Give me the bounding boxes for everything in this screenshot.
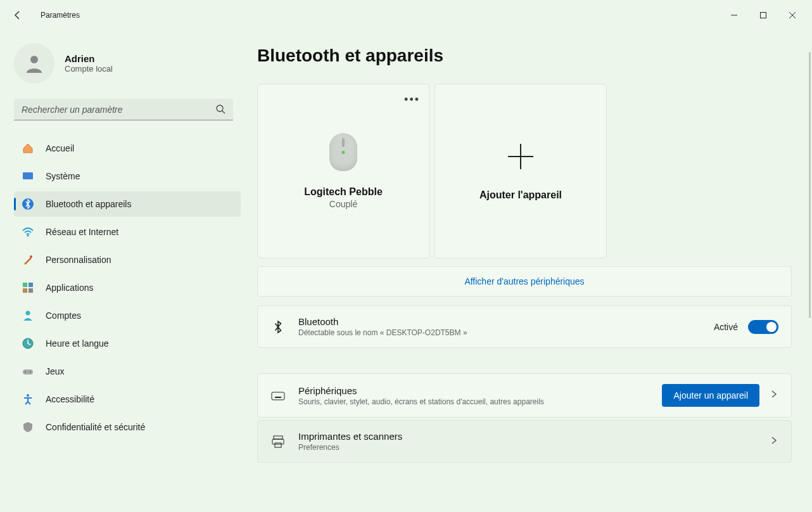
svg-line-4 — [222, 111, 225, 113]
bluetooth-status: Activé — [714, 322, 738, 332]
svg-rect-5 — [23, 172, 33, 179]
printers-row[interactable]: Imprimantes et scanners Preferences — [257, 420, 792, 463]
chevron-right-icon — [770, 436, 778, 447]
user-profile[interactable]: Adrien Compte local — [14, 43, 241, 84]
printers-title: Imprimantes et scanners — [298, 431, 757, 442]
page-title: Bluetooth et appareils — [257, 46, 797, 66]
svg-rect-29 — [275, 443, 281, 447]
bluetooth-title: Bluetooth — [298, 316, 701, 327]
search-container — [14, 99, 233, 120]
svg-point-8 — [30, 255, 32, 258]
search-icon — [215, 104, 225, 117]
nav-label: Personnalisation — [46, 255, 111, 265]
svg-rect-11 — [23, 288, 27, 293]
nav-apps[interactable]: Applications — [14, 275, 241, 300]
device-cards: ••• Logitech Pebble Couplé Ajouter l'app… — [257, 84, 797, 259]
nav-label: Accessibilité — [46, 394, 94, 404]
nav-system[interactable]: Système — [14, 163, 241, 189]
bluetooth-row: Bluetooth Détectable sous le nom « DESKT… — [257, 305, 792, 348]
peripherals-title: Périphériques — [298, 385, 649, 396]
user-subtitle: Compte local — [65, 64, 113, 74]
nav-label: Système — [46, 171, 80, 181]
bluetooth-icon — [22, 198, 34, 210]
nav-personalization[interactable]: Personnalisation — [14, 247, 241, 272]
nav-accessibility[interactable]: Accessibilité — [14, 387, 241, 412]
nav-label: Jeux — [46, 366, 65, 376]
add-device-label: Ajouter l'appareil — [479, 189, 562, 201]
svg-rect-10 — [29, 283, 33, 287]
svg-point-17 — [30, 371, 31, 373]
device-card-mouse[interactable]: ••• Logitech Pebble Couplé — [257, 84, 429, 259]
main-content: Bluetooth et appareils ••• Logitech Pebb… — [247, 30, 812, 512]
svg-point-13 — [26, 311, 30, 316]
nav-label: Réseau et Internet — [46, 227, 118, 237]
brush-icon — [22, 253, 34, 266]
minimize-button[interactable] — [720, 5, 749, 25]
bluetooth-icon — [270, 320, 286, 334]
home-icon — [22, 142, 34, 155]
svg-rect-9 — [23, 283, 27, 287]
user-name: Adrien — [65, 53, 113, 64]
peripherals-subtitle: Souris, clavier, stylet, audio, écrans e… — [298, 397, 649, 406]
svg-rect-1 — [761, 13, 766, 18]
nav-label: Heure et langue — [46, 338, 109, 349]
window-title: Paramètres — [41, 11, 80, 20]
svg-point-18 — [27, 394, 29, 397]
svg-rect-12 — [29, 288, 33, 293]
device-name: Logitech Pebble — [304, 186, 383, 198]
plus-icon — [505, 141, 536, 172]
peripherals-row[interactable]: Périphériques Souris, clavier, stylet, a… — [257, 373, 792, 418]
nav-label: Applications — [46, 283, 94, 293]
window-controls — [720, 5, 807, 25]
scrollbar-thumb[interactable] — [809, 52, 811, 318]
sidebar: Adrien Compte local Accueil Système Blue… — [0, 30, 247, 512]
nav-privacy[interactable]: Confidentialité et sécurité — [14, 414, 241, 440]
svg-point-2 — [30, 56, 38, 63]
device-status: Couplé — [329, 199, 357, 209]
mouse-icon — [329, 133, 357, 171]
avatar — [14, 43, 54, 84]
bluetooth-subtitle: Détectable sous le nom « DESKTOP-O2DT5BM… — [298, 328, 701, 337]
add-device-card[interactable]: Ajouter l'appareil — [435, 84, 607, 259]
nav-network[interactable]: Réseau et Internet — [14, 219, 241, 245]
printer-icon — [270, 434, 286, 449]
search-input[interactable] — [14, 99, 233, 120]
svg-rect-28 — [272, 439, 284, 444]
close-button[interactable] — [778, 5, 807, 25]
back-button[interactable] — [5, 3, 30, 28]
nav-bluetooth[interactable]: Bluetooth et appareils — [14, 191, 241, 217]
nav-accounts[interactable]: Comptes — [14, 303, 241, 328]
nav-label: Accueil — [46, 143, 74, 153]
add-peripheral-button[interactable]: Ajouter un appareil — [662, 384, 759, 407]
svg-rect-27 — [274, 436, 282, 439]
svg-point-3 — [217, 105, 223, 112]
nav-home[interactable]: Accueil — [14, 136, 241, 161]
titlebar: Paramètres — [0, 0, 812, 30]
svg-rect-21 — [272, 392, 284, 400]
printers-subtitle: Preferences — [298, 443, 757, 452]
person-icon — [22, 309, 34, 322]
apps-icon — [22, 281, 34, 294]
keyboard-icon — [270, 388, 286, 403]
nav: Accueil Système Bluetooth et appareils R… — [14, 136, 241, 440]
svg-point-7 — [27, 235, 29, 237]
nav-label: Bluetooth et appareils — [46, 199, 131, 209]
bluetooth-toggle[interactable] — [748, 320, 778, 334]
more-icon[interactable]: ••• — [404, 93, 420, 106]
system-icon — [22, 170, 34, 182]
maximize-button[interactable] — [749, 5, 778, 25]
wifi-icon — [22, 226, 34, 238]
svg-point-16 — [25, 371, 26, 373]
chevron-right-icon — [770, 390, 778, 401]
shield-icon — [22, 421, 34, 433]
accessibility-icon — [22, 393, 34, 406]
show-more-devices-link[interactable]: Afficher d'autres périphériques — [257, 266, 792, 297]
scrollbar[interactable] — [808, 30, 811, 512]
gamepad-icon — [22, 365, 34, 378]
nav-time[interactable]: Heure et langue — [14, 331, 241, 356]
arrow-left-icon — [13, 10, 23, 20]
nav-label: Confidentialité et sécurité — [46, 422, 145, 432]
clock-globe-icon — [22, 337, 34, 350]
svg-rect-15 — [23, 369, 33, 374]
nav-games[interactable]: Jeux — [14, 359, 241, 384]
